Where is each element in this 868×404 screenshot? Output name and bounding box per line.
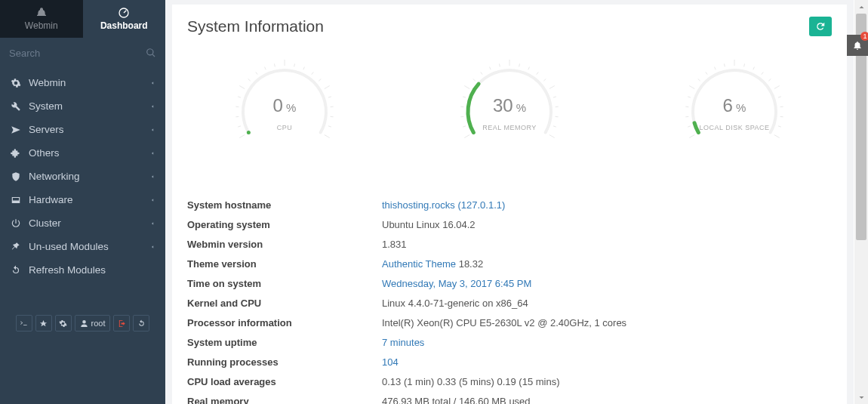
- uptime-link[interactable]: 7 minutes: [382, 337, 424, 348]
- load-label: CPU load averages: [187, 376, 382, 387]
- sidebar-item-system[interactable]: System: [0, 94, 165, 118]
- sidebar-item-hardware[interactable]: Hardware: [0, 188, 165, 211]
- notifications-button[interactable]: 1: [847, 35, 868, 56]
- tab-dashboard-label: Dashboard: [100, 20, 148, 31]
- favorites-button[interactable]: [35, 315, 52, 332]
- theme-link[interactable]: Authentic Theme: [382, 258, 456, 270]
- os-value: Ubuntu Linux 16.04.2: [382, 219, 476, 230]
- sidebar-item-others[interactable]: Others: [0, 141, 165, 165]
- search-icon[interactable]: [146, 48, 156, 58]
- load-value: 0.13 (1 min) 0.33 (5 mins) 0.19 (15 mins…: [382, 376, 560, 387]
- svg-line-8: [256, 72, 257, 74]
- svg-line-21: [325, 135, 330, 138]
- svg-line-23: [464, 135, 469, 138]
- refresh-button[interactable]: [809, 17, 832, 36]
- svg-line-50: [698, 79, 700, 82]
- info-table: System hostnamethishosting.rocks (127.0.…: [172, 195, 847, 404]
- tab-webmin[interactable]: Webmin: [0, 0, 83, 38]
- dashboard-icon: [118, 7, 130, 19]
- terminal-button[interactable]: [16, 315, 32, 332]
- mem-value: 476.93 MB total / 146.60 MB used: [382, 396, 531, 405]
- procs-link[interactable]: 104: [382, 356, 399, 368]
- svg-line-44: [689, 135, 694, 138]
- search-container: [0, 38, 165, 68]
- svg-line-36: [537, 72, 538, 74]
- sidebar-item-webmin[interactable]: Webmin: [0, 71, 165, 94]
- svg-line-37: [543, 79, 546, 82]
- power-icon: [11, 218, 21, 229]
- sidebar-item-label: Hardware: [29, 194, 73, 205]
- sidebar-item-label: Networking: [29, 171, 80, 182]
- svg-line-53: [724, 63, 725, 66]
- kernel-value: Linux 4.4.0-71-generic on x86_64: [382, 298, 528, 309]
- nav: WebminSystemServersOthersNetworkingHardw…: [0, 71, 165, 282]
- webmin-version-label: Webmin version: [187, 239, 382, 250]
- gauge-local-disk-space: 6 %LOCAL DISK SPACE: [666, 59, 802, 172]
- svg-line-32: [499, 63, 500, 66]
- proc-label: Processor information: [187, 317, 382, 328]
- puzzle-icon: [11, 148, 21, 159]
- sidebar-item-label: Webmin: [29, 77, 66, 88]
- sidebar-item-servers[interactable]: Servers: [0, 118, 165, 141]
- time-link[interactable]: Wednesday, May 3, 2017 6:45 PM: [382, 278, 531, 289]
- svg-line-10: [274, 63, 275, 66]
- main-content: System Information 0 %CPU30 %REAL MEMORY…: [165, 0, 854, 404]
- svg-line-55: [744, 63, 745, 66]
- svg-line-1: [239, 135, 245, 138]
- sidebar-item-label: Others: [29, 147, 60, 159]
- hostname-label: System hostname: [187, 199, 382, 211]
- wrench-icon: [11, 101, 21, 112]
- sidebar-item-label: System: [29, 100, 63, 112]
- svg-line-28: [464, 86, 469, 89]
- svg-line-31: [490, 67, 491, 70]
- scroll-up-button[interactable]: [854, 0, 868, 14]
- gauge-value: 30 %: [442, 95, 577, 116]
- gear-icon: [11, 78, 21, 88]
- mem-label: Real memory: [187, 396, 382, 405]
- svg-line-34: [519, 63, 520, 66]
- svg-line-59: [774, 86, 780, 89]
- panel: System Information 0 %CPU30 %REAL MEMORY…: [172, 5, 847, 404]
- proc-value: Intel(R) Xeon(R) CPU E5-2630L v2 @ 2.40G…: [382, 317, 626, 328]
- hostname-link[interactable]: thishosting.rocks (127.0.1.1): [382, 199, 505, 211]
- svg-line-43: [549, 135, 555, 138]
- scroll-down-button[interactable]: [854, 390, 868, 404]
- sidebar-tabs: Webmin Dashboard: [0, 0, 165, 38]
- panel-header: System Information: [172, 5, 847, 44]
- refresh-icon: [11, 265, 21, 276]
- notification-badge: 1: [860, 32, 868, 41]
- kernel-label: Kernel and CPU: [187, 298, 382, 309]
- user-button[interactable]: root: [75, 315, 111, 332]
- sidebar-item-unused[interactable]: Un-used Modules: [0, 235, 165, 258]
- gauge-label: REAL MEMORY: [442, 124, 577, 131]
- sidebar-item-refresh[interactable]: Refresh Modules: [0, 258, 165, 282]
- gauge-real-memory: 30 %REAL MEMORY: [442, 59, 577, 172]
- sidebar-item-label: Cluster: [29, 217, 61, 229]
- svg-line-58: [768, 79, 771, 82]
- refresh-toolbar-button[interactable]: [133, 315, 149, 332]
- refresh-icon: [815, 21, 826, 32]
- gauge-value: 6 %: [666, 95, 802, 116]
- logout-button[interactable]: [113, 315, 130, 332]
- gauge-value: 0 %: [217, 95, 352, 116]
- sidebar-item-cluster[interactable]: Cluster: [0, 211, 165, 235]
- settings-button[interactable]: [55, 315, 72, 332]
- webmin-version-value: 1.831: [382, 239, 407, 250]
- search-input[interactable]: [9, 48, 146, 59]
- svg-line-30: [481, 72, 482, 74]
- gauge-cpu: 0 %CPU: [217, 59, 352, 172]
- svg-line-38: [549, 86, 555, 89]
- hdd-icon: [11, 195, 21, 205]
- svg-line-6: [239, 86, 245, 89]
- scrollbar-track[interactable]: [854, 0, 868, 404]
- page-title: System Information: [187, 17, 324, 35]
- sidebar-item-networking[interactable]: Networking: [0, 165, 165, 188]
- svg-line-56: [753, 67, 755, 70]
- tab-dashboard[interactable]: Dashboard: [83, 0, 166, 38]
- svg-line-16: [325, 86, 330, 89]
- svg-line-13: [303, 67, 305, 70]
- gauge-label: CPU: [217, 124, 352, 131]
- gauges: 0 %CPU30 %REAL MEMORY6 %LOCAL DISK SPACE: [172, 44, 847, 195]
- svg-line-64: [774, 135, 780, 138]
- svg-line-9: [265, 67, 266, 70]
